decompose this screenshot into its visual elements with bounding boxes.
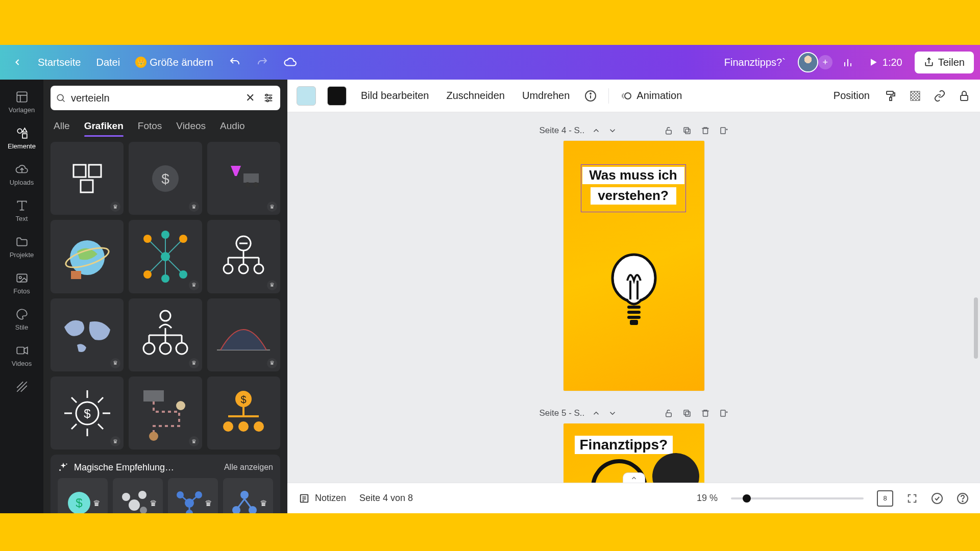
scrollbar[interactable] bbox=[974, 297, 978, 359]
edit-image-button[interactable]: Bild bearbeiten bbox=[358, 86, 432, 106]
duplicate-page-button[interactable] bbox=[682, 126, 692, 135]
graphic-item[interactable]: ♛ bbox=[129, 377, 202, 449]
graphic-item[interactable]: ♛ bbox=[129, 298, 202, 371]
add-collaborator-button[interactable]: + bbox=[818, 55, 832, 69]
magic-item[interactable]: ♛ bbox=[168, 478, 218, 513]
canvas-area[interactable]: Seite 4 - S.. Was muss ich bbox=[287, 112, 980, 483]
page-label[interactable]: Seite 5 - S.. bbox=[540, 408, 585, 418]
text-line2[interactable]: verstehen? bbox=[591, 187, 676, 205]
link-button[interactable] bbox=[933, 89, 946, 103]
add-page-button[interactable] bbox=[719, 126, 728, 135]
clear-search-button[interactable]: ✕ bbox=[243, 91, 257, 105]
tab-audio[interactable]: Audio bbox=[220, 117, 245, 137]
check-button[interactable] bbox=[931, 492, 943, 505]
transparency-button[interactable] bbox=[909, 89, 922, 103]
page5-title-text[interactable]: Finanztipps? bbox=[575, 436, 673, 454]
svg-point-93 bbox=[59, 469, 61, 471]
zoom-slider[interactable] bbox=[731, 497, 864, 499]
copy-style-button[interactable] bbox=[884, 89, 897, 103]
rail-photos[interactable]: Fotos bbox=[4, 266, 40, 300]
photo-circle[interactable] bbox=[652, 453, 699, 483]
zoom-slider-thumb[interactable] bbox=[743, 494, 751, 503]
cloud-sync-button[interactable] bbox=[278, 52, 303, 73]
rail-label: Elemente bbox=[8, 142, 36, 150]
page-up-button[interactable] bbox=[592, 126, 601, 135]
selection-box[interactable]: Was muss ich verstehen? bbox=[581, 164, 686, 212]
add-page-button[interactable] bbox=[719, 409, 728, 418]
page-down-button[interactable] bbox=[608, 126, 617, 135]
flip-button[interactable]: Umdrehen bbox=[519, 86, 573, 106]
rail-videos[interactable]: Videos bbox=[4, 338, 40, 372]
rail-uploads[interactable]: Uploads bbox=[4, 157, 40, 191]
delete-page-button[interactable] bbox=[701, 409, 710, 418]
tab-photos[interactable]: Fotos bbox=[138, 117, 162, 137]
insights-button[interactable] bbox=[836, 52, 860, 72]
avatar[interactable] bbox=[798, 52, 818, 72]
rail-templates[interactable]: Vorlagen bbox=[4, 85, 40, 119]
crop-button[interactable]: Zuschneiden bbox=[443, 86, 508, 106]
delete-page-button[interactable] bbox=[701, 126, 710, 135]
graphic-item[interactable]: $♛ bbox=[51, 377, 124, 449]
file-menu[interactable]: Datei bbox=[90, 53, 126, 72]
lock-page-button[interactable] bbox=[664, 126, 673, 135]
text-line1[interactable]: Was muss ich bbox=[582, 167, 684, 184]
info-button[interactable] bbox=[584, 89, 597, 103]
fullscreen-button[interactable] bbox=[906, 493, 918, 504]
magic-item[interactable]: ♛ bbox=[113, 478, 163, 513]
rail-text[interactable]: Text bbox=[4, 193, 40, 228]
lock-button[interactable] bbox=[958, 89, 971, 103]
tab-graphics[interactable]: Grafiken bbox=[84, 117, 124, 137]
search-input[interactable] bbox=[71, 92, 238, 104]
notes-button[interactable]: Notizen bbox=[299, 493, 346, 504]
back-button[interactable] bbox=[6, 53, 29, 71]
fullscreen-icon bbox=[906, 493, 918, 504]
animation-button[interactable]: Animation bbox=[620, 89, 682, 103]
color-swatch-secondary[interactable] bbox=[327, 86, 347, 106]
svg-rect-122 bbox=[666, 130, 671, 134]
graphic-item[interactable]: ♛ bbox=[207, 298, 280, 371]
undo-button[interactable] bbox=[223, 52, 247, 72]
page-canvas-4[interactable]: Was muss ich verstehen? bbox=[564, 141, 704, 391]
magic-item[interactable]: $♛ bbox=[58, 478, 108, 513]
lightbulb-graphic[interactable] bbox=[606, 253, 662, 334]
rail-projects[interactable]: Projekte bbox=[4, 230, 40, 264]
graphic-item[interactable] bbox=[51, 220, 124, 293]
expand-timeline-button[interactable] bbox=[623, 472, 645, 483]
page-down-button[interactable] bbox=[608, 409, 617, 418]
graphic-item[interactable]: ♛ bbox=[207, 142, 280, 215]
page-header: Seite 5 - S.. bbox=[540, 404, 728, 423]
lock-page-button[interactable] bbox=[664, 409, 673, 418]
home-button[interactable]: Startseite bbox=[32, 53, 87, 72]
magic-item[interactable]: ♛ bbox=[223, 478, 273, 513]
cloud-icon bbox=[284, 56, 297, 69]
page-grid-button[interactable]: 8 bbox=[877, 490, 893, 507]
graphic-item[interactable]: ♛ bbox=[207, 220, 280, 293]
play-duration[interactable]: 1:20 bbox=[863, 57, 908, 68]
graphic-item[interactable]: $♛ bbox=[129, 142, 202, 215]
redo-button[interactable] bbox=[250, 52, 275, 72]
left-rail: Vorlagen Elemente Uploads Text Projekte … bbox=[0, 80, 43, 513]
rail-more[interactable] bbox=[4, 374, 40, 399]
rail-elements[interactable]: Elemente bbox=[4, 121, 40, 155]
zoom-label[interactable]: 19 % bbox=[697, 493, 718, 504]
tab-videos[interactable]: Videos bbox=[176, 117, 206, 137]
position-button[interactable]: Position bbox=[830, 86, 873, 106]
graphic-item[interactable]: $ bbox=[207, 377, 280, 449]
help-button[interactable] bbox=[957, 492, 969, 505]
page-up-button[interactable] bbox=[592, 409, 601, 418]
resize-button[interactable]: 👑 Größe ändern bbox=[129, 53, 219, 72]
tab-all[interactable]: Alle bbox=[54, 117, 70, 137]
duplicate-page-button[interactable] bbox=[682, 409, 692, 418]
filter-button[interactable] bbox=[262, 92, 275, 104]
search-field[interactable]: ✕ bbox=[51, 86, 280, 110]
graphic-item[interactable]: ♛ bbox=[129, 220, 202, 293]
rail-styles[interactable]: Stile bbox=[4, 302, 40, 336]
page-label[interactable]: Seite 4 - S.. bbox=[540, 126, 585, 136]
graphic-item[interactable]: ♛ bbox=[51, 142, 124, 215]
graphic-item[interactable]: ♛ bbox=[51, 298, 124, 371]
magic-show-all[interactable]: Alle anzeigen bbox=[224, 463, 273, 472]
share-button[interactable]: Teilen bbox=[915, 52, 974, 73]
pro-badge-icon: ♛ bbox=[260, 498, 267, 508]
document-title[interactable]: Finanztipps?` bbox=[719, 57, 791, 68]
color-swatch-primary[interactable] bbox=[297, 86, 316, 106]
